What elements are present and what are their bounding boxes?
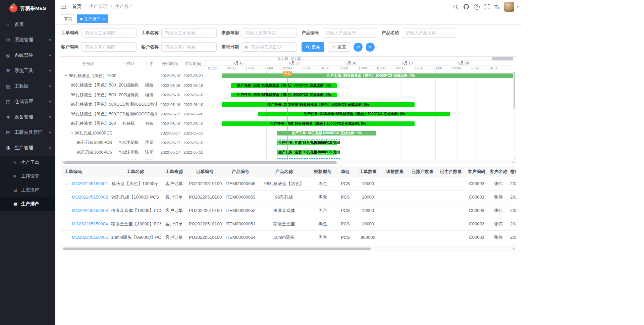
scroll-down-icon[interactable]: ▾ <box>513 157 516 160</box>
work-order-name-input[interactable] <box>161 28 217 38</box>
sidebar-item-production-schedule[interactable]: ▦生产排产 <box>0 197 55 211</box>
gantt-task-row[interactable]: 96孔移液盒【黑色】5000PCSZ01组装机组装2022-05-162022-… <box>61 81 203 91</box>
sync-button[interactable]: ⇄ <box>354 43 363 52</box>
gantt-vertical-scrollbar[interactable]: ▾ <box>513 71 516 160</box>
order-row[interactable]: MO202205150003移液盒盒体【10000】PCS客户订单PO20220… <box>61 204 516 217</box>
gantt-task-row[interactable]: ▼96孔移液盒【黑色】10000PCS2022-05-162022-05-21 <box>61 71 203 81</box>
expand-row-icon[interactable]: ∨ <box>65 181 68 186</box>
order-row[interactable]: MO202205150004移液盒盒盖【10000】PCS客户订单PO20220… <box>61 217 516 231</box>
product-name-input[interactable] <box>402 28 457 38</box>
font-size-icon[interactable]: TT <box>494 4 499 10</box>
sidebar-item-warehouse[interactable]: ◫仓储管理∨ <box>0 94 55 109</box>
demand-date-input[interactable] <box>241 42 297 52</box>
scrollbar-thumb[interactable] <box>64 248 371 250</box>
help-icon[interactable]: ? <box>474 4 480 10</box>
sidebar-item-label: 系统工具 <box>14 68 49 74</box>
sidebar-item-equipment[interactable]: ☸设备管理∨ <box>0 109 55 125</box>
orders-column-header: 规格型号 <box>309 166 336 177</box>
order-code-link[interactable]: MO202205150001 <box>72 181 108 186</box>
sidebar-item-system-admin[interactable]: ⚙系统管理∨ <box>0 32 55 48</box>
gantt-task-bar[interactable]: 生产任务: 组装 96孔移液盒【黑色】5000PCS 完成比例: 0% <box>231 93 337 97</box>
customer-code-input[interactable] <box>81 42 137 52</box>
gantt-task-bar[interactable]: 生产任务: CCD检测 96孔移液盒【黑色】5000PCS 完成比例: 0% <box>222 102 415 107</box>
orders-table: 工单编码工单名称工单来源订单编号产品编号产品名称规格型号单位工单数量调整数量已排… <box>61 166 516 244</box>
sidebar-item-master-data[interactable]: ▤主数据∨ <box>0 78 55 94</box>
sidebar-item-production-order[interactable]: ✎生产工单 <box>0 156 55 169</box>
selected-task-box[interactable]: 生产任务: 注塑 96孔孔板3000PCS 完成 <box>277 149 340 156</box>
gantt-task-row[interactable]: 96孔移液盒【黑色】5000PCSCCD检测#01CCD检测2022-05-16… <box>61 100 203 110</box>
today-line <box>287 71 288 160</box>
search-icon[interactable] <box>453 4 459 10</box>
app-logo[interactable]: 苦糖果MES <box>0 0 55 17</box>
tab-home[interactable]: 首页 <box>61 14 75 23</box>
gantt-task-row[interactable]: 96孔移液盒【黑色】10000PCS包装机包装2022-05-162022-05… <box>61 119 203 129</box>
github-icon[interactable] <box>463 4 469 10</box>
user-menu-caret-icon[interactable]: ▾ <box>517 5 519 9</box>
sidebar-item-home[interactable]: ⌂首页 <box>0 17 55 32</box>
product-code-input[interactable] <box>322 28 377 38</box>
gantt-order-bar[interactable]: 生产工单: 96孔孔板10000PCS 完成比例: 0% <box>277 131 376 136</box>
order-cell: 移液盒盒体 <box>259 204 309 217</box>
selected-task-box[interactable]: 生产任务: 注塑 96孔孔板3000PCS 完成 <box>277 139 340 146</box>
tab-production-schedule[interactable]: 生产排产× <box>77 14 108 23</box>
expand-caret-icon[interactable]: ▼ <box>65 74 67 77</box>
sidebar-item-production[interactable]: ⚗生产管理∧ <box>0 140 55 156</box>
order-cell: 移液盒【黑色】10000个 <box>110 177 161 191</box>
chevron-down-icon: ∨ <box>49 54 52 57</box>
production-icon: ⚗ <box>6 145 13 151</box>
sidebar-item-process-settings[interactable]: ≡工序设置 <box>0 169 55 183</box>
sidebar-item-system-tools[interactable]: ⚒系统工具∨ <box>0 63 55 78</box>
gantt-task-row[interactable]: 96孔孔板3000PCSY03注塑机注塑2022-05-172022-05-18 <box>61 157 203 160</box>
task-process: CCD检测 <box>141 111 157 117</box>
order-row[interactable]: MO20220515000510mm吸头【960000】PCS客户订单PO202… <box>61 231 516 244</box>
order-cell: 张伟 <box>488 191 509 204</box>
breadcrumb-item[interactable]: 生产排产 <box>115 4 134 10</box>
order-cell: 张伟 <box>488 231 509 244</box>
order-code-link[interactable]: MO202205150003 <box>72 208 108 213</box>
user-avatar[interactable] <box>504 2 514 12</box>
gantt-task-row[interactable]: 96孔移液盒【黑色】5000PCSCCD检测#02CCD检测2022-05-17… <box>61 109 203 119</box>
work-order-icon: ✎ <box>13 160 20 165</box>
order-code-link[interactable]: MO202205150005 <box>72 235 108 240</box>
order-code-link[interactable]: MO202205150002 <box>72 195 108 200</box>
gantt-task-row[interactable]: 96孔孔板3000PCSY01注塑机注塑2022-05-172022-05-18 <box>61 138 203 148</box>
orders-horizontal-scrollbar[interactable]: ◂ ▸ <box>61 246 516 251</box>
customer-name-input[interactable] <box>161 42 217 52</box>
collapse-sidebar-icon[interactable] <box>59 3 68 11</box>
scroll-right-icon[interactable]: ▸ <box>512 247 516 251</box>
gantt-task-bar[interactable]: 生产任务: 组装 96孔移液盒【黑色】5000PCS 完成比例: 0% <box>231 83 337 88</box>
close-tab-icon[interactable]: × <box>102 17 105 21</box>
day-label: 5月 19 <box>402 61 413 65</box>
breadcrumb-item[interactable]: 生产管理 <box>89 4 108 10</box>
order-cell: PCS <box>336 177 355 191</box>
sidebar-item-system-monitor[interactable]: ◎系统监控∨ <box>0 48 55 63</box>
sidebar-item-process-flow[interactable]: ⇶工艺流程 <box>0 183 55 197</box>
order-cell <box>381 231 408 244</box>
order-row[interactable]: ∨MO202205150001移液盒【黑色】10000个客户订单PO202205… <box>61 177 516 191</box>
order-code-link[interactable]: MO202205150004 <box>72 221 108 226</box>
expand-caret-icon[interactable]: ▼ <box>71 132 73 135</box>
search-button[interactable]: 搜索 <box>302 42 324 52</box>
gantt-task-row[interactable]: 96孔移液盒【黑色】5000PCSZ02组装机组装2022-05-162022-… <box>61 90 203 100</box>
scroll-right-icon[interactable]: ▸ <box>511 160 516 165</box>
breadcrumb-item[interactable]: 首页 <box>72 4 82 10</box>
task-station: CCD检测#02 <box>116 111 141 117</box>
gantt-task-bar[interactable]: 生产任务: 包装 96孔移液盒【黑色】10000PCS 完成比例: 0% <box>222 121 415 126</box>
scrollbar-thumb[interactable] <box>514 72 515 109</box>
gantt-task-row[interactable]: 96孔孔板3000PCSY02注塑机注塑2022-05-172022-05-18 <box>61 148 203 157</box>
edit-button[interactable]: ✎ <box>366 43 375 52</box>
gantt-horizontal-scrollbar[interactable]: ◂ ▸ <box>61 160 516 165</box>
task-process: CCD检测 <box>141 102 157 107</box>
sidebar-item-fixture[interactable]: ⊞工装夹具管理∨ <box>0 125 55 140</box>
order-row[interactable]: MO20220515000296孔孔板【10000】PCS客户订单PO20220… <box>61 191 516 204</box>
selected-task-box[interactable]: 生产任务: 注塑 96孔孔板3000PCS 完成 <box>277 158 340 160</box>
gantt-order-bar[interactable]: 生产工单: 96孔移液盒【黑色】10000PCS 完成比例: 0% <box>222 73 513 78</box>
order-code-cell: ∨MO202205150001 <box>61 177 110 191</box>
pencil-icon: ✎ <box>368 45 372 50</box>
reset-button[interactable]: ↻ 重置 <box>328 42 351 52</box>
gantt-task-row[interactable]: ▼96孔孔板10000PCS2022-05-172022-05-19 <box>61 128 203 138</box>
source-doc-input[interactable] <box>241 28 297 38</box>
work-order-code-input[interactable] <box>81 28 137 38</box>
scrollbar-thumb[interactable] <box>64 161 337 164</box>
fullscreen-icon[interactable] <box>484 4 490 9</box>
